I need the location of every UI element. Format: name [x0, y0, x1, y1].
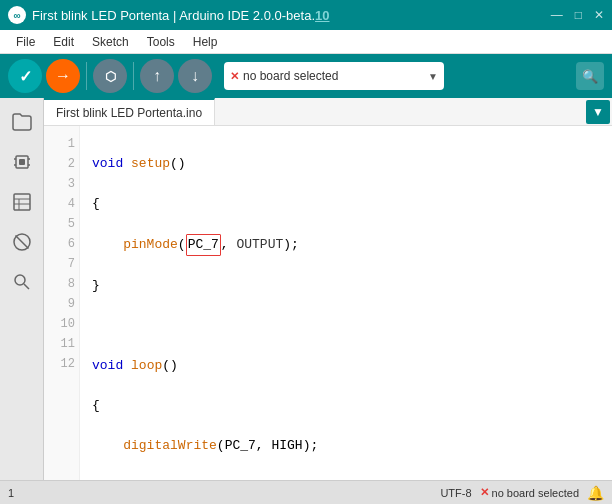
param-highlight: PC_7 [186, 234, 221, 256]
keyword-void: void [92, 156, 123, 171]
sidebar-library-icon[interactable] [6, 186, 38, 218]
function-loop: loop [131, 358, 162, 373]
statusbar: 1 UTF-8 ✕ no board selected 🔔 [0, 480, 612, 504]
close-button[interactable]: ✕ [594, 8, 604, 22]
code-line-6: void loop() [92, 356, 600, 376]
search-icon [13, 273, 31, 291]
search-icon: 🔍 [582, 69, 598, 84]
line-number-display: 1 [8, 487, 14, 499]
function-digitalwrite1: digitalWrite [123, 438, 217, 453]
folder-icon [12, 113, 32, 131]
download-button[interactable]: ↓ [178, 59, 212, 93]
menu-file[interactable]: File [8, 33, 43, 51]
library-icon [12, 192, 32, 212]
titlebar: ∞ First blink LED Portenta | Arduino IDE… [0, 0, 612, 30]
statusbar-encoding: UTF-8 [440, 487, 471, 499]
code-line-8: digitalWrite(PC_7, HIGH); [92, 436, 600, 456]
file-tab[interactable]: First blink LED Portenta.ino [44, 98, 215, 125]
maximize-button[interactable]: □ [575, 8, 582, 22]
sidebar-debug-icon[interactable] [6, 226, 38, 258]
line-number: 7 [48, 254, 75, 274]
arduino-logo: ∞ [8, 6, 26, 24]
file-tab-bar: First blink LED Portenta.ino ▼ [44, 98, 612, 126]
line-number: 6 [48, 234, 75, 254]
minimize-button[interactable]: — [551, 8, 563, 22]
toolbar: ✓ → ⬡ ↑ ↓ ✕ no board selected ▼ 🔍 [0, 54, 612, 98]
svg-rect-1 [19, 159, 25, 165]
svg-line-13 [24, 284, 29, 289]
upload-up-button[interactable]: ↑ [140, 59, 174, 93]
debug-button[interactable]: ⬡ [93, 59, 127, 93]
menu-tools[interactable]: Tools [139, 33, 183, 51]
line-number: 3 [48, 174, 75, 194]
menubar: File Edit Sketch Tools Help [0, 30, 612, 54]
code-line-9: delay(200); [92, 476, 600, 480]
line-number: 4 [48, 194, 75, 214]
board-selector[interactable]: ✕ no board selected ▼ [224, 62, 444, 90]
board-x-icon: ✕ [230, 70, 239, 83]
function-setup: setup [131, 156, 170, 171]
main-area: First blink LED Portenta.ino ▼ 1 2 3 4 5… [0, 98, 612, 480]
board-name: no board selected [243, 69, 424, 83]
titlebar-title: First blink LED Portenta | Arduino IDE 2… [32, 8, 330, 23]
file-tab-name: First blink LED Portenta.ino [56, 106, 202, 120]
code-line-3: pinMode(PC_7, OUTPUT); [92, 234, 600, 256]
code-line-2: { [92, 194, 600, 214]
line-numbers: 1 2 3 4 5 6 7 8 9 10 11 12 [44, 126, 80, 480]
menu-help[interactable]: Help [185, 33, 226, 51]
sidebar-folder-icon[interactable] [6, 106, 38, 138]
chip-icon [12, 152, 32, 172]
code-content[interactable]: void setup() { pinMode(PC_7, OUTPUT); } … [80, 126, 612, 480]
debug-icon [12, 232, 32, 252]
param-200-1: 200 [170, 478, 193, 480]
menu-sketch[interactable]: Sketch [84, 33, 137, 51]
sidebar-search-icon[interactable] [6, 266, 38, 298]
line-number: 11 [48, 334, 75, 354]
function-pinmode: pinMode [123, 237, 178, 252]
titlebar-controls: — □ ✕ [551, 8, 604, 22]
statusbar-x-icon: ✕ [480, 486, 489, 499]
code-line-4: } [92, 276, 600, 296]
param-pc7-high: PC_7, HIGH [225, 438, 303, 453]
keyword-void2: void [92, 358, 123, 373]
titlebar-left: ∞ First blink LED Portenta | Arduino IDE… [8, 6, 330, 24]
toolbar-search-button[interactable]: 🔍 [576, 62, 604, 90]
function-delay1: delay [123, 478, 162, 480]
statusbar-no-board: ✕ no board selected [480, 486, 579, 499]
sidebar-board-icon[interactable] [6, 146, 38, 178]
encoding-text: UTF-8 [440, 487, 471, 499]
statusbar-line: 1 [8, 487, 14, 499]
upload-button[interactable]: → [46, 59, 80, 93]
param-output: OUTPUT [236, 237, 283, 252]
sidebar [0, 98, 44, 480]
svg-rect-6 [14, 194, 30, 210]
svg-point-12 [15, 275, 25, 285]
line-number: 8 [48, 274, 75, 294]
editor: First blink LED Portenta.ino ▼ 1 2 3 4 5… [44, 98, 612, 480]
line-number: 5 [48, 214, 75, 234]
code-area: 1 2 3 4 5 6 7 8 9 10 11 12 void setup() … [44, 126, 612, 480]
statusbar-bell-icon[interactable]: 🔔 [587, 485, 604, 501]
line-number: 1 [48, 134, 75, 154]
code-line-1: void setup() [92, 154, 600, 174]
board-dropdown-arrow: ▼ [428, 71, 438, 82]
tab-dropdown-button[interactable]: ▼ [586, 100, 610, 124]
menu-edit[interactable]: Edit [45, 33, 82, 51]
toolbar-divider-2 [133, 62, 134, 90]
svg-line-11 [15, 236, 28, 249]
line-number: 2 [48, 154, 75, 174]
line-number: 12 [48, 354, 75, 374]
code-line-5 [92, 316, 600, 336]
statusbar-right: UTF-8 ✕ no board selected 🔔 [440, 485, 604, 501]
version-highlight: 10 [315, 8, 329, 23]
code-line-7: { [92, 396, 600, 416]
toolbar-divider [86, 62, 87, 90]
statusbar-board-text: no board selected [492, 487, 579, 499]
line-number: 10 [48, 314, 75, 334]
verify-button[interactable]: ✓ [8, 59, 42, 93]
line-number: 9 [48, 294, 75, 314]
